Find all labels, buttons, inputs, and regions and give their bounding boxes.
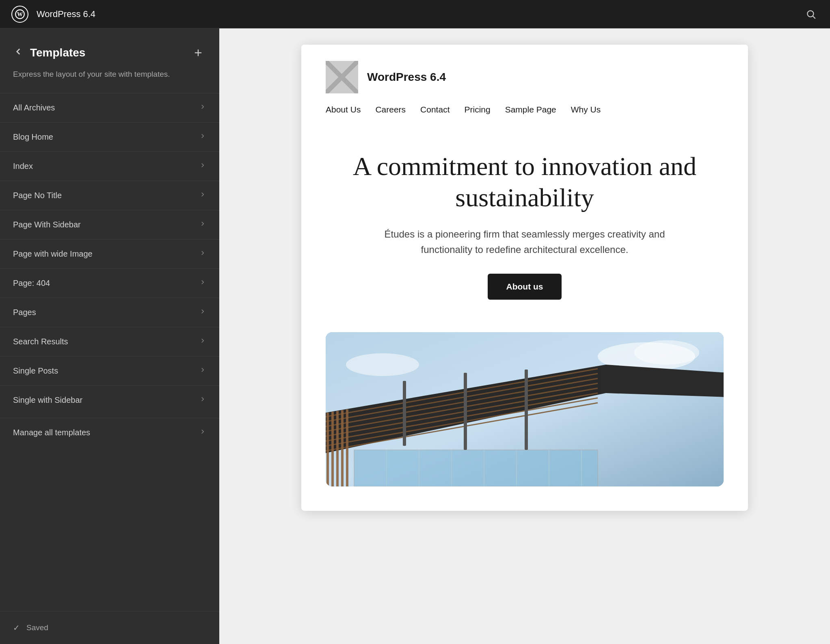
chevron-right-icon [199,249,206,259]
wp-logo[interactable]: W [11,6,28,23]
sidebar-item-label: Single with Sidebar [13,395,82,405]
sidebar-title: Templates [30,46,85,59]
svg-rect-36 [346,409,348,486]
nav-item-about-us[interactable]: About Us [326,105,361,115]
svg-rect-28 [403,381,406,446]
nav-item-careers[interactable]: Careers [375,105,406,115]
svg-rect-29 [464,373,467,450]
saved-label: Saved [26,623,48,632]
sidebar-item-single-posts[interactable]: Single Posts [0,356,219,385]
svg-rect-32 [326,413,329,486]
top-bar-title: WordPress 6.4 [37,9,795,19]
nav-item-sample-page[interactable]: Sample Page [505,105,556,115]
sidebar-header: Templates [0,28,219,69]
sidebar-item-label: Search Results [13,337,68,346]
chevron-right-icon [199,428,206,437]
sidebar-item-label: All Archives [13,103,55,112]
svg-rect-34 [336,411,339,486]
sidebar-footer: ✓ Saved [0,611,219,644]
sidebar-item-search-results[interactable]: Search Results [0,327,219,356]
sidebar-item-page-with-sidebar[interactable]: Page With Sidebar [0,210,219,239]
back-button[interactable] [13,46,24,59]
svg-rect-35 [341,410,344,486]
chevron-right-icon [199,395,206,405]
site-header: WordPress 6.4 About UsCareersContactPric… [301,45,748,127]
sidebar-item-label: Page With Sidebar [13,220,81,229]
preview-area: WordPress 6.4 About UsCareersContactPric… [219,28,830,644]
sidebar-header-left: Templates [13,46,85,59]
chevron-right-icon [199,220,206,229]
sidebar-item-page-with-wide-image[interactable]: Page with wide Image [0,239,219,268]
chevron-right-icon [199,337,206,346]
add-template-button[interactable] [190,45,206,61]
main-area: Templates Express the layout of your sit… [0,28,830,644]
chevron-right-icon [199,103,206,112]
hero-title: A commitment to innovation and sustainab… [334,151,715,214]
sidebar-item-page-404[interactable]: Page: 404 [0,268,219,298]
svg-point-2 [807,11,813,17]
hero-subtitle: Études is a pioneering firm that seamles… [370,227,679,258]
nav-item-why-us[interactable]: Why Us [571,105,601,115]
chevron-right-icon [199,162,206,171]
svg-text:W: W [17,11,23,17]
sidebar-item-label: Index [13,162,33,171]
svg-rect-19 [354,450,598,486]
hero-section: A commitment to innovation and sustainab… [301,127,748,320]
site-navigation: About UsCareersContactPricingSample Page… [326,105,724,115]
nav-item-contact[interactable]: Contact [420,105,450,115]
hero-cta-button[interactable]: About us [488,274,562,300]
sidebar-item-label: Pages [13,308,36,317]
sidebar-item-label: Blog Home [13,132,53,142]
sidebar: Templates Express the layout of your sit… [0,28,219,644]
chevron-right-icon [199,132,206,142]
site-logo [326,61,358,93]
sidebar-nav: All Archives Blog Home Index Page No T [0,93,219,611]
sidebar-item-pages[interactable]: Pages [0,298,219,327]
chevron-right-icon [199,279,206,288]
chevron-right-icon [199,191,206,200]
search-icon[interactable] [803,6,819,22]
svg-line-3 [813,16,815,18]
sidebar-item-label: Single Posts [13,366,58,376]
top-bar: W WordPress 6.4 [0,0,830,28]
sidebar-item-label: Page: 404 [13,279,50,288]
svg-point-8 [634,340,699,365]
chevron-right-icon [199,308,206,317]
chevron-right-icon [199,366,206,376]
sidebar-item-blog-home[interactable]: Blog Home [0,122,219,151]
svg-point-9 [346,353,419,376]
sidebar-description: Express the layout of your site with tem… [0,69,219,93]
site-brand: WordPress 6.4 [326,61,724,93]
sidebar-item-single-with-sidebar[interactable]: Single with Sidebar [0,385,219,415]
saved-check-icon: ✓ [13,623,20,633]
site-preview: WordPress 6.4 About UsCareersContactPric… [301,45,748,511]
sidebar-item-index[interactable]: Index [0,151,219,181]
site-brand-name: WordPress 6.4 [367,71,446,84]
sidebar-item-all-archives[interactable]: All Archives [0,93,219,122]
building-image [326,332,724,486]
manage-all-templates[interactable]: Manage all templates [0,418,219,447]
sidebar-item-page-no-title[interactable]: Page No Title [0,181,219,210]
svg-rect-30 [525,370,528,450]
nav-item-pricing[interactable]: Pricing [464,105,490,115]
sidebar-item-label: Page No Title [13,191,62,200]
sidebar-item-label: Page with wide Image [13,249,93,259]
manage-templates-label: Manage all templates [13,428,90,437]
svg-rect-33 [331,412,334,486]
